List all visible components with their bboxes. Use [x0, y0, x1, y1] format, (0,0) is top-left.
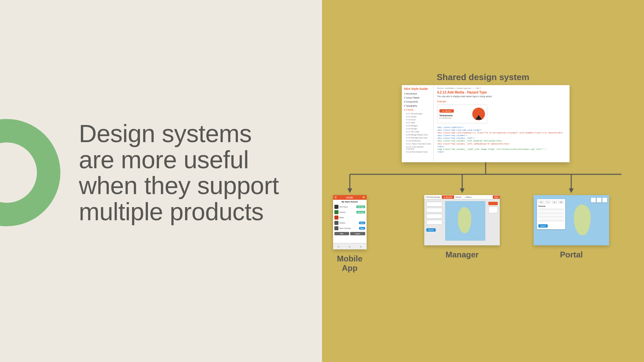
row-label: Alert Status — [339, 206, 348, 208]
example-label: Example — [437, 100, 566, 103]
nav-item-active: 4.2 Media — [404, 109, 432, 111]
hazard-chip: ▲ Hazard — [439, 109, 454, 113]
nav-item: 3 Components — [404, 101, 432, 103]
nav-sub: 4.2.1 Photo/Image — [406, 113, 432, 115]
row-button: Manage — [356, 205, 365, 208]
manager-tab-active: ▲ Hazards — [442, 195, 454, 199]
card-sub: # subhazards — [439, 117, 454, 119]
product-mobile: HOME My Saint Vincent Alert StatusManage… — [330, 195, 369, 273]
foot-btn: Map — [334, 232, 350, 235]
styleguide-sidebar: ODA Style Guide 1 Introduction 2 Colour … — [402, 85, 434, 162]
manager-tab: ⌂ Shelters — [463, 196, 473, 198]
list-item — [538, 216, 564, 218]
manager-action: Filter — [493, 195, 500, 199]
nav-sub: 4.2.2 Avatar — [406, 116, 432, 118]
row-label: Shelters — [339, 222, 345, 224]
foot-btn: Logout — [350, 232, 365, 235]
nav-sub: 4.2.5 Badges — [406, 125, 432, 127]
code-line: <div class="two_columns__left_heading">V… — [437, 139, 502, 142]
nav-sub: 4.2.4 Tabs — [406, 122, 432, 124]
mobile-row: HazardsManage — [333, 209, 367, 215]
manager-title: ODA Data Manager — [424, 196, 442, 198]
manager-tab: ⊞ Areas — [454, 196, 463, 198]
row-button: View — [359, 227, 365, 230]
headline-text: Design systems are more useful when they… — [79, 121, 293, 225]
tab-icon: ▲ — [344, 243, 355, 249]
list-item — [426, 208, 442, 213]
map-island-icon — [458, 207, 471, 233]
portal-tabs: ▼ ⌂ ▲ ⊞ — [538, 200, 564, 204]
list-item — [426, 220, 442, 225]
shared-system-label: Shared design system — [322, 72, 644, 82]
list-item — [538, 212, 564, 215]
row-button: Manage — [356, 211, 365, 214]
nav-sub: 4.2.11 Team Overview Card — [406, 143, 432, 145]
code-line: <div class="oda-card_heading"><i class="… — [437, 131, 563, 134]
nav-sub: 4.2.13 Add Hazard Card — [406, 151, 432, 153]
product-label-mobile: Mobile App — [330, 254, 369, 273]
manager-map — [445, 201, 485, 241]
portal-tools — [591, 198, 607, 202]
card-name: Volcanoes — [439, 114, 454, 117]
panel-button — [488, 202, 498, 205]
breadcrumb: Source / oda/Media > hazard-type.css / …… — [437, 87, 566, 89]
nav-sub: 4.2.3 Icons — [406, 119, 432, 121]
portal-search-button: Search — [538, 224, 548, 228]
manager-search-button: Search — [426, 228, 436, 232]
styleguide-main: Source / oda/Media > hazard-type.css / …… — [434, 85, 570, 162]
slide: Design systems are more useful when they… — [0, 0, 644, 362]
manager-sidebar: Search — [426, 202, 442, 232]
row-label: Hazards — [339, 211, 346, 213]
row-label: Media — [339, 217, 344, 219]
tab-icon: ▲ — [333, 243, 344, 249]
nav-item: 1 Introduction — [404, 93, 432, 95]
map-island-icon — [574, 204, 591, 235]
row-icon — [334, 221, 338, 225]
example-card: ▲ Hazard Volcanoes # subhazards — [437, 105, 487, 123]
tool-icon — [591, 198, 596, 202]
product-label-manager: Manager — [424, 250, 500, 259]
portal-screenshot: ▼ ⌂ ▲ ⊞ Hazards Search — [534, 195, 609, 245]
list-item — [426, 214, 442, 219]
nav-sub: 4.2.10 Attribution — [406, 140, 432, 142]
volcano-icon — [472, 108, 485, 120]
styleguide-title: ODA Style Guide — [404, 87, 432, 90]
mobile-row: Team OverviewView — [333, 226, 367, 231]
portal-tab: ⊞ — [558, 200, 564, 204]
code-line: <div class="subtitle"> — [437, 126, 464, 128]
decorative-ring-icon — [0, 119, 60, 226]
product-label-portal: Portal — [534, 250, 609, 259]
code-sample: <div class="subtitle"> <div class="oda-c… — [437, 126, 566, 153]
mobile-header: HOME — [333, 195, 367, 200]
mobile-row: Media — [333, 215, 367, 220]
row-button: View — [359, 222, 365, 224]
right-panel: Shared design system ODA Style Guide 1 I… — [322, 0, 644, 362]
section-subtitle: The oda-card to display what hazard type… — [437, 95, 566, 98]
nav-sub: 4.2.9 Management Card — [406, 137, 432, 139]
mobile-subtitle: My Saint Vincent — [333, 200, 367, 204]
connector-arrows-icon — [322, 0, 644, 362]
manager-right-panel — [488, 202, 498, 215]
code-line: <div class="two_columns__left_subheading… — [437, 142, 510, 145]
row-label: Team Overview — [339, 227, 351, 229]
product-manager: ODA Data Manager ▲ Hazards ⊞ Areas ⌂ She… — [424, 195, 500, 259]
section-title: 4.2.13 Add Media - Hazard Type — [437, 90, 566, 94]
svg-marker-2 — [569, 188, 574, 193]
nav-sub: 4.2.6 Design — [406, 128, 432, 130]
svg-marker-0 — [347, 188, 352, 193]
row-icon — [334, 226, 338, 230]
tool-icon — [602, 198, 607, 202]
example-card-left: ▲ Hazard Volcanoes # subhazards — [439, 109, 454, 119]
nav-sub: 4.2.8 Bridge Media Card — [406, 134, 432, 136]
manager-screenshot: ODA Data Manager ▲ Hazards ⊞ Areas ⌂ She… — [424, 195, 500, 245]
nav-item: 4 Typography — [404, 105, 432, 107]
mobile-tabbar: ▲▲▲ — [333, 243, 367, 249]
product-portal: ▼ ⌂ ▲ ⊞ Hazards Search Portal — [534, 195, 609, 259]
portal-tab: ⌂ — [545, 200, 551, 204]
list-item — [538, 219, 564, 222]
list-item — [426, 202, 442, 206]
tool-icon — [597, 198, 601, 202]
row-icon — [334, 205, 338, 209]
code-line: <div class="two_columns"> — [437, 134, 467, 136]
portal-tab: ▲ — [552, 200, 557, 204]
